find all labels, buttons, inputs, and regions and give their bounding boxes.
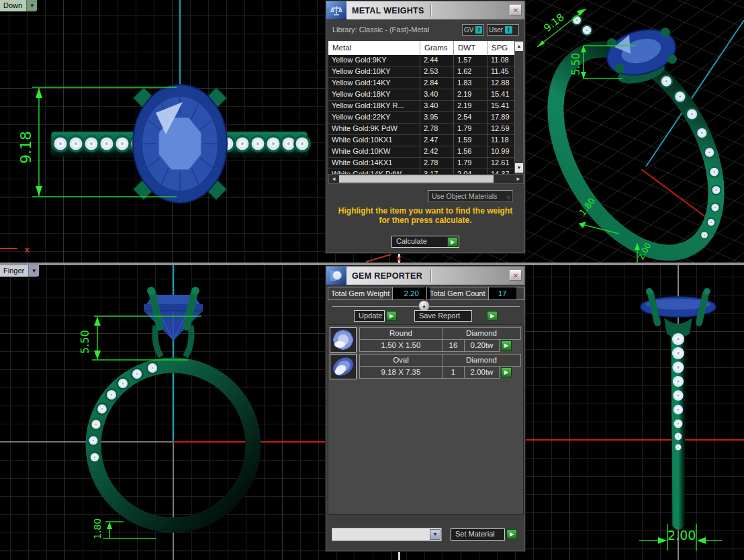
close-icon[interactable]: ✕ (510, 270, 522, 281)
cell-grams[interactable]: 3.40 (420, 101, 454, 111)
col-header-dwt[interactable]: DWT (454, 41, 487, 55)
cell-spg[interactable]: 11.08 (487, 55, 514, 66)
col-header-metal[interactable]: Metal (328, 41, 420, 55)
cell-metal[interactable]: Yellow Gold:22KY (328, 112, 420, 123)
col-header-spg[interactable]: SPG (487, 41, 514, 55)
cell-metal[interactable]: Yellow Gold:9KY (328, 55, 420, 66)
cell-dwt[interactable]: 1.79 (454, 158, 487, 169)
set-material-button[interactable]: Set Material (451, 528, 505, 541)
table-row[interactable]: Yellow Gold:9KY 2.44 1.57 11.08 (328, 55, 514, 66)
gem-size[interactable]: 9.18 X 7.35 (359, 366, 443, 379)
gem-weight[interactable]: 2.00tw (464, 366, 500, 379)
table-row[interactable]: Yellow Gold:22KY 3.95 2.54 17.89 (328, 112, 514, 124)
cell-metal[interactable]: White Gold:10KW (328, 146, 420, 157)
cell-metal[interactable]: Yellow Gold:14KY (328, 78, 420, 89)
scroll-down-icon[interactable]: ▼ (515, 163, 523, 173)
chevron-down-icon[interactable]: ▼ (430, 529, 440, 540)
metal-weights-titlebar[interactable]: METAL WEIGHTS ✕ (326, 1, 524, 20)
viewport-dropdown-finger[interactable]: Finger ▼ (0, 265, 39, 277)
chevron-down-icon[interactable]: ▼ (26, 0, 37, 11)
play-icon[interactable]: ▶ (447, 237, 458, 247)
cell-grams[interactable]: 2.47 (420, 135, 454, 146)
gv-toggle-button[interactable]: GV I (462, 24, 484, 36)
cell-dwt[interactable]: 2.19 (454, 89, 487, 100)
gem-material[interactable]: Diamond (442, 327, 521, 340)
cell-spg[interactable]: 17.89 (487, 112, 514, 123)
scroll-up-icon[interactable]: ▲ (515, 42, 523, 51)
viewport-dropdown-down[interactable]: Down ▼ (0, 0, 37, 11)
save-report-button[interactable]: Save Report (414, 310, 472, 322)
cell-grams[interactable]: 2.53 (420, 66, 454, 77)
table-row[interactable]: White Gold:9K PdW 2.78 1.79 12.59 (328, 124, 514, 135)
use-object-materials-dropdown[interactable]: Use Object Materials ○ (428, 190, 513, 202)
cell-spg[interactable]: 11.18 (487, 135, 514, 146)
cell-dwt[interactable]: 1.83 (454, 78, 487, 89)
cell-dwt[interactable]: 1.59 (454, 135, 487, 146)
col-header-grams[interactable]: Grams (420, 41, 454, 55)
table-row[interactable]: White Gold:10KX1 2.47 1.59 11.18 (328, 135, 514, 146)
cell-spg[interactable]: 10.99 (487, 146, 514, 157)
cell-grams[interactable]: 2.44 (420, 55, 454, 66)
table-row[interactable]: White Gold:14KX1 2.78 1.79 12.61 (328, 158, 514, 169)
gem-thumbnail-oval[interactable] (330, 354, 357, 379)
play-icon[interactable]: ▶ (487, 311, 498, 321)
update-button[interactable]: Update (354, 310, 385, 322)
cell-dwt[interactable]: 1.56 (454, 146, 487, 157)
user-toggle-button[interactable]: User I (487, 24, 519, 36)
calculate-button[interactable]: Calculate ▶ (391, 236, 459, 248)
gem-count[interactable]: 1 (442, 366, 465, 379)
cell-metal[interactable]: Yellow Gold:18KY (328, 89, 420, 100)
cell-dwt[interactable]: 2.54 (454, 112, 487, 123)
cell-spg[interactable]: 15.41 (487, 101, 514, 111)
cell-dwt[interactable]: 1.57 (454, 55, 487, 66)
cell-metal[interactable]: White Gold:9K PdW (328, 124, 420, 134)
vertical-scrollbar[interactable]: ▲ ▼ (514, 41, 524, 173)
cell-spg[interactable]: 12.88 (487, 78, 514, 89)
cell-metal[interactable]: White Gold:14KX1 (328, 158, 420, 169)
gem-thumbnail-round[interactable] (330, 327, 357, 353)
gem-size[interactable]: 1.50 X 1.50 (359, 339, 443, 352)
cell-grams[interactable]: 2.78 (420, 124, 454, 134)
cell-metal[interactable]: Yellow Gold:10KY (328, 66, 420, 77)
cell-spg[interactable]: 11.45 (487, 66, 514, 77)
gem-material[interactable]: Diamond (442, 354, 521, 367)
close-icon[interactable]: ✕ (510, 5, 522, 15)
cell-metal[interactable]: White Gold:10KX1 (328, 135, 420, 146)
instruction-line1: Highlight the item you want to find the … (326, 206, 525, 216)
viewport-label: Finger (0, 265, 28, 277)
cell-dwt[interactable]: 2.19 (454, 101, 487, 111)
scroll-right-icon[interactable]: ► (514, 175, 522, 183)
play-icon[interactable]: ▶ (501, 340, 512, 351)
gem-shape[interactable]: Round (359, 327, 443, 340)
cell-dwt[interactable]: 1.62 (454, 66, 487, 77)
cell-metal[interactable]: Yellow Gold:18KY R... (328, 101, 420, 111)
table-row[interactable]: Yellow Gold:18KY R... 3.40 2.19 15.41 (328, 101, 514, 112)
horizontal-scrollbar[interactable]: ◄ ► (328, 174, 524, 184)
table-row[interactable]: Yellow Gold:18KY 3.40 2.19 15.41 (328, 89, 514, 101)
gem-reporter-titlebar[interactable]: GEM REPORTER ✕ (326, 267, 524, 285)
gem-count[interactable]: 16 (442, 339, 465, 352)
scrollbar-thumb[interactable] (339, 175, 494, 183)
material-dropdown[interactable]: Diamond (3.52 spg) ▼ (332, 528, 442, 541)
cell-grams[interactable]: 2.84 (420, 78, 454, 89)
gem-weight[interactable]: 0.20tw (464, 339, 500, 352)
play-icon[interactable]: ▶ (506, 529, 517, 539)
play-icon[interactable]: ▶ (386, 311, 397, 321)
cell-spg[interactable]: 15.41 (487, 89, 514, 100)
gem-row-round[interactable]: Round Diamond 1.50 X 1.50 16 0.20tw ▶ (330, 327, 522, 353)
cell-grams[interactable]: 3.40 (420, 89, 454, 100)
cell-dwt[interactable]: 1.79 (454, 124, 487, 134)
cell-spg[interactable]: 12.59 (487, 124, 514, 134)
chevron-down-icon[interactable]: ▼ (28, 265, 39, 277)
play-icon[interactable]: ▶ (501, 367, 512, 377)
cell-grams[interactable]: 2.42 (420, 146, 454, 157)
table-row[interactable]: Yellow Gold:10KY 2.53 1.62 11.45 (328, 66, 514, 78)
gem-row-oval[interactable]: Oval Diamond 9.18 X 7.35 1 2.00tw ▶ (330, 354, 522, 380)
table-row[interactable]: White Gold:10KW 2.42 1.56 10.99 (328, 146, 514, 158)
cell-spg[interactable]: 12.61 (487, 158, 514, 169)
cell-grams[interactable]: 2.78 (420, 158, 454, 169)
gem-shape[interactable]: Oval (359, 354, 443, 367)
table-row[interactable]: Yellow Gold:14KY 2.84 1.83 12.88 (328, 78, 514, 89)
scroll-left-icon[interactable]: ◄ (330, 175, 338, 183)
cell-grams[interactable]: 3.95 (420, 112, 454, 123)
